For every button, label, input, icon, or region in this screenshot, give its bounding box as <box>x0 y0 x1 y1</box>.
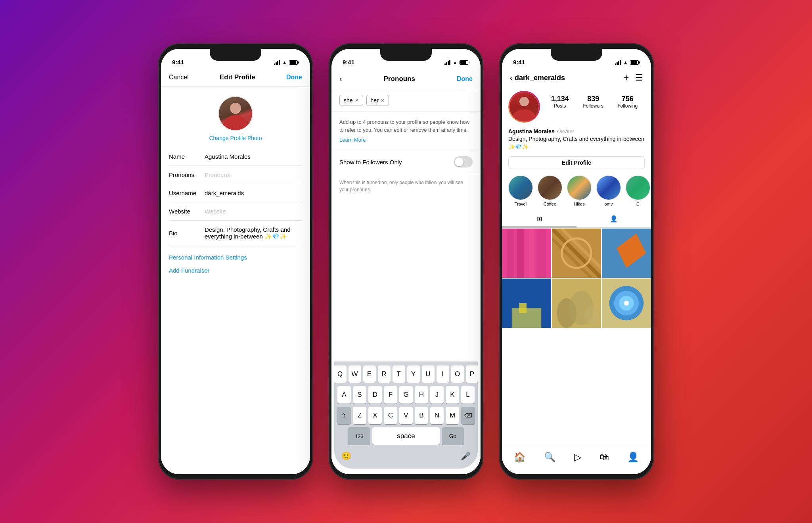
she-tag-remove[interactable]: ✕ <box>355 98 359 103</box>
website-placeholder[interactable]: Website <box>205 208 226 215</box>
highlight-c[interactable]: C <box>626 175 650 206</box>
key-q[interactable]: Q <box>334 365 347 383</box>
photo-tabs: ⊞ 👤 <box>502 211 651 228</box>
grid-icon: ⊞ <box>537 215 542 223</box>
key-b[interactable]: B <box>415 407 428 424</box>
bio-pronouns: she/her <box>557 129 574 135</box>
highlight-coffee-label: Coffee <box>544 202 556 206</box>
add-fundraiser-link[interactable]: Add Fundraiser <box>169 267 302 274</box>
key-go[interactable]: Go <box>442 427 464 445</box>
back-button[interactable]: ‹ <box>339 74 342 83</box>
posts-count: 1,134 <box>551 95 569 103</box>
key-delete[interactable]: ⌫ <box>461 407 475 424</box>
menu-icon[interactable]: ☰ <box>635 73 643 83</box>
emoji-key[interactable]: 🙂 <box>341 451 351 461</box>
username-value[interactable]: dark_emeralds <box>205 190 302 196</box>
key-p[interactable]: P <box>466 365 479 383</box>
highlight-omv-label: omv <box>605 202 613 206</box>
name-value[interactable]: Agustina Morales <box>205 153 302 160</box>
status-icons-3: ▲ <box>615 60 640 65</box>
photo-6[interactable] <box>602 279 651 328</box>
following-stat[interactable]: 756 Following <box>617 95 638 109</box>
key-y[interactable]: Y <box>407 365 420 383</box>
highlight-omv[interactable]: omv <box>596 175 621 206</box>
pronoun-tag-her[interactable]: her ✕ <box>366 95 389 106</box>
key-r[interactable]: R <box>378 365 391 383</box>
toggle-row: Show to Followers Only <box>331 150 481 174</box>
key-k[interactable]: K <box>446 386 459 404</box>
key-n[interactable]: N <box>430 407 444 424</box>
pronoun-nav: ‹ Pronouns Done <box>331 69 481 89</box>
done-button-1[interactable]: Done <box>286 74 302 81</box>
pronoun-tag-she[interactable]: she ✕ <box>339 95 363 106</box>
key-shift[interactable]: ⇧ <box>337 407 351 424</box>
key-w[interactable]: W <box>349 365 361 383</box>
key-e[interactable]: E <box>363 365 376 383</box>
notch-3 <box>551 49 602 61</box>
key-i[interactable]: I <box>437 365 449 383</box>
page-title-1: Edit Profile <box>220 73 255 81</box>
tagged-tab[interactable]: 👤 <box>576 211 651 227</box>
change-photo-link[interactable]: Change Profile Photo <box>209 135 262 141</box>
search-icon[interactable]: 🔍 <box>544 452 556 463</box>
reels-icon[interactable]: ▷ <box>574 452 581 463</box>
pronoun-info-section: Add up to 4 pronouns to your profile so … <box>331 112 481 150</box>
key-x[interactable]: X <box>368 407 382 424</box>
highlight-coffee[interactable]: Coffee <box>538 175 562 206</box>
notch <box>210 49 261 61</box>
key-j[interactable]: J <box>430 386 444 404</box>
cancel-button[interactable]: Cancel <box>169 74 189 81</box>
grid-tab[interactable]: ⊞ <box>502 211 576 227</box>
learn-more-link[interactable]: Learn More <box>339 137 366 143</box>
done-button-2[interactable]: Done <box>457 75 473 83</box>
nav-bar-1: Cancel Edit Profile Done <box>161 69 310 87</box>
highlight-hikes[interactable]: Hikes <box>567 175 592 206</box>
key-space[interactable]: space <box>372 427 440 445</box>
profile-content: ‹ dark_emeralds + ☰ 1,134 Posts <box>502 69 651 474</box>
followers-only-toggle[interactable] <box>454 156 473 167</box>
key-h[interactable]: H <box>415 386 428 404</box>
profile-icon[interactable]: 👤 <box>627 452 639 463</box>
key-g[interactable]: G <box>399 386 413 404</box>
status-time-3: 9:41 <box>513 59 525 65</box>
wifi-icon: ▲ <box>282 60 287 65</box>
photo-2[interactable] <box>552 229 601 278</box>
key-l[interactable]: L <box>461 386 475 404</box>
profile-fields: Name Agustina Morales Pronouns Pronouns … <box>161 148 310 246</box>
key-z[interactable]: Z <box>353 407 366 424</box>
pronouns-field-row[interactable]: Pronouns Pronouns <box>169 166 302 184</box>
personal-info-link[interactable]: Personal Information Settings <box>169 254 302 261</box>
avatar[interactable] <box>218 96 253 131</box>
key-s[interactable]: S <box>353 386 366 404</box>
photo-1[interactable] <box>502 229 551 278</box>
key-d[interactable]: D <box>368 386 382 404</box>
key-c[interactable]: C <box>384 407 397 424</box>
keyboard-row-3: ⇧ Z X C V B N M ⌫ <box>337 407 475 424</box>
avatar-image <box>219 97 252 130</box>
her-tag-remove[interactable]: ✕ <box>381 98 385 103</box>
key-t[interactable]: T <box>393 365 405 383</box>
back-arrow-profile[interactable]: ‹ <box>510 74 512 82</box>
key-m[interactable]: M <box>446 407 459 424</box>
key-o[interactable]: O <box>451 365 464 383</box>
key-123[interactable]: 123 <box>348 427 370 445</box>
followers-stat[interactable]: 839 Followers <box>583 95 603 109</box>
photo-3[interactable] <box>602 229 651 278</box>
shop-icon[interactable]: 🛍 <box>599 452 609 463</box>
bio-text: Design, Photography, Crafts and everythi… <box>508 135 645 151</box>
key-u[interactable]: U <box>422 365 435 383</box>
key-a[interactable]: A <box>337 386 351 404</box>
highlight-travel[interactable]: Travel <box>508 175 533 206</box>
home-icon[interactable]: 🏠 <box>514 452 526 463</box>
profile-avatar-large[interactable] <box>508 91 540 123</box>
edit-profile-button[interactable]: Edit Profile <box>508 156 645 169</box>
bio-value[interactable]: Design, Photography, Crafts and everythi… <box>205 226 302 240</box>
key-v[interactable]: V <box>399 407 413 424</box>
key-f[interactable]: F <box>384 386 397 404</box>
profile-header-icons: + ☰ <box>624 73 643 83</box>
photo-5[interactable] <box>552 279 601 328</box>
pronouns-placeholder[interactable]: Pronouns <box>205 171 230 178</box>
mic-key[interactable]: 🎤 <box>461 451 471 461</box>
photo-4[interactable] <box>502 279 551 328</box>
add-icon[interactable]: + <box>624 73 629 83</box>
